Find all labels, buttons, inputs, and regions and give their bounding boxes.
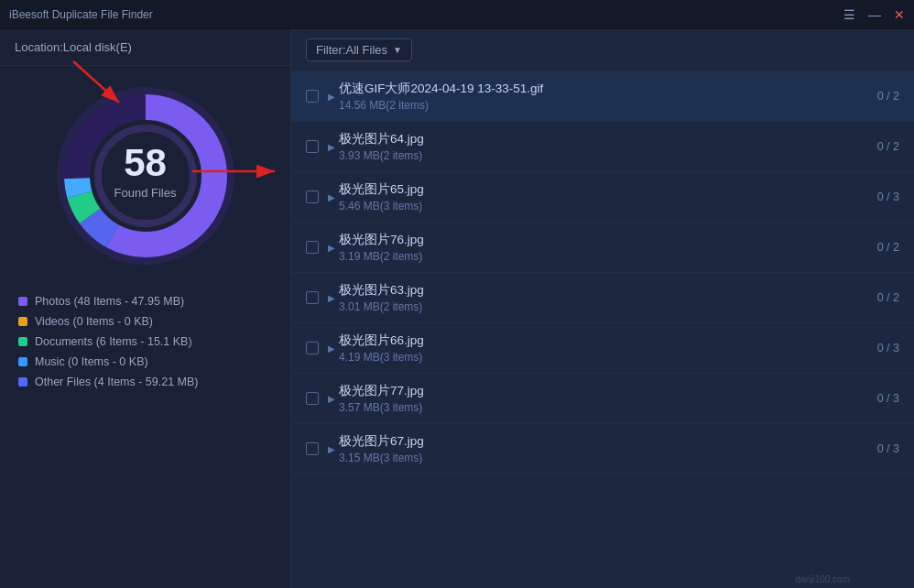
legend: Photos (48 Items - 47.95 MB) Videos (0 I… (0, 286, 290, 405)
file-name: 极光图片77.jpg (339, 383, 868, 399)
file-count: 0 / 2 (877, 291, 899, 304)
file-meta: 5.46 MB(3 items) (339, 200, 868, 212)
legend-color-dot (18, 297, 27, 306)
expand-icon: ▶ (328, 142, 335, 152)
file-name: 极光图片67.jpg (339, 433, 868, 450)
file-meta: 3.19 MB(2 items) (339, 250, 868, 263)
menu-button[interactable]: ☰ (843, 7, 855, 22)
legend-item: Videos (0 Items - 0 KB) (18, 315, 272, 328)
left-panel: Location:Local disk(E) (0, 29, 291, 588)
file-info: 极光图片63.jpg 3.01 MB(2 items) (339, 282, 868, 313)
file-item[interactable]: ▶ 极光图片65.jpg 5.46 MB(3 items) 0 / 3 (291, 172, 914, 223)
main-layout: Location:Local disk(E) (0, 29, 914, 588)
file-info: 优速GIF大师2024-04-19 13-33-51.gif 14.56 MB(… (339, 81, 868, 112)
legend-color-dot (18, 337, 27, 346)
donut-chart (54, 84, 237, 267)
file-item[interactable]: ▶ 极光图片77.jpg 3.57 MB(3 items) 0 / 3 (291, 374, 914, 424)
expand-icon: ▶ (328, 243, 335, 253)
file-meta: 14.56 MB(2 items) (339, 99, 868, 112)
legend-label: Music (0 Items - 0 KB) (35, 355, 148, 368)
expand-icon: ▶ (328, 343, 335, 354)
file-checkbox[interactable] (306, 90, 319, 103)
filter-label: Filter:All Files (316, 43, 387, 57)
file-item[interactable]: ▶ 极光图片67.jpg 3.15 MB(3 items) 0 / 3 (291, 424, 914, 474)
file-name: 极光图片66.jpg (339, 332, 868, 349)
file-item[interactable]: ▶ 极光图片63.jpg 3.01 MB(2 items) 0 / 2 (291, 273, 914, 323)
expand-icon: ▶ (328, 394, 335, 404)
legend-label: Other Files (4 Items - 59.21 MB) (35, 376, 199, 388)
file-checkbox[interactable] (306, 291, 319, 304)
location-bar: Location:Local disk(E) (0, 29, 290, 66)
legend-label: Documents (6 Items - 15.1 KB) (35, 335, 192, 348)
file-checkbox[interactable] (306, 342, 319, 354)
chevron-down-icon: ▼ (393, 45, 402, 55)
file-info: 极光图片77.jpg 3.57 MB(3 items) (339, 383, 868, 414)
svg-point-6 (92, 123, 199, 229)
app-title: iBeesoft Duplicate File Finder (9, 8, 153, 21)
titlebar: iBeesoft Duplicate File Finder ☰ — ✕ (0, 0, 914, 29)
legend-item: Music (0 Items - 0 KB) (18, 355, 272, 368)
file-count: 0 / 3 (877, 442, 899, 455)
legend-item: Other Files (4 Items - 59.21 MB) (18, 376, 272, 388)
file-count: 0 / 3 (877, 392, 899, 405)
file-count: 0 / 2 (877, 140, 899, 153)
file-checkbox[interactable] (306, 241, 319, 254)
file-name: 极光图片76.jpg (339, 232, 868, 248)
file-item[interactable]: ▶ 优速GIF大师2024-04-19 13-33-51.gif 14.56 M… (291, 71, 914, 122)
file-info: 极光图片66.jpg 4.19 MB(3 items) (339, 332, 868, 364)
file-meta: 3.15 MB(3 items) (339, 452, 868, 464)
legend-label: Photos (48 Items - 47.95 MB) (35, 295, 184, 308)
file-count: 0 / 2 (877, 241, 899, 254)
file-name: 优速GIF大师2024-04-19 13-33-51.gif (339, 81, 868, 97)
file-item[interactable]: ▶ 极光图片66.jpg 4.19 MB(3 items) 0 / 3 (291, 323, 914, 374)
legend-label: Videos (0 Items - 0 KB) (35, 315, 153, 328)
chart-area: 58 Found Files (0, 66, 290, 277)
legend-item: Documents (6 Items - 15.1 KB) (18, 335, 272, 348)
file-checkbox[interactable] (306, 392, 319, 405)
file-info: 极光图片64.jpg 3.93 MB(2 items) (339, 131, 868, 162)
legend-color-dot (18, 317, 27, 326)
expand-icon: ▶ (328, 92, 335, 102)
file-checkbox[interactable] (306, 442, 319, 455)
file-count: 0 / 3 (877, 191, 899, 203)
file-info: 极光图片76.jpg 3.19 MB(2 items) (339, 232, 868, 263)
minimize-button[interactable]: — (868, 7, 881, 22)
right-panel: Filter:All Files ▼ ▶ 优速GIF大师2024-04-19 1… (291, 29, 914, 588)
expand-icon: ▶ (328, 444, 335, 454)
expand-icon: ▶ (328, 293, 335, 303)
file-count: 0 / 3 (877, 342, 899, 354)
file-meta: 4.19 MB(3 items) (339, 351, 868, 364)
legend-color-dot (18, 357, 27, 366)
file-item[interactable]: ▶ 极光图片64.jpg 3.93 MB(2 items) 0 / 2 (291, 122, 914, 172)
file-name: 极光图片65.jpg (339, 181, 868, 198)
file-name: 极光图片64.jpg (339, 131, 868, 147)
file-item[interactable]: ▶ 极光图片76.jpg 3.19 MB(2 items) 0 / 2 (291, 223, 914, 273)
file-list[interactable]: ▶ 优速GIF大师2024-04-19 13-33-51.gif 14.56 M… (291, 71, 914, 588)
file-checkbox[interactable] (306, 191, 319, 203)
file-meta: 3.01 MB(2 items) (339, 300, 868, 313)
file-meta: 3.57 MB(3 items) (339, 401, 868, 414)
legend-color-dot (18, 377, 27, 387)
file-info: 极光图片67.jpg 3.15 MB(3 items) (339, 433, 868, 464)
window-controls: ☰ — ✕ (843, 7, 905, 22)
file-name: 极光图片63.jpg (339, 282, 868, 299)
file-count: 0 / 2 (877, 90, 899, 103)
filter-dropdown[interactable]: Filter:All Files ▼ (306, 38, 412, 61)
expand-icon: ▶ (328, 192, 335, 202)
file-checkbox[interactable] (306, 140, 319, 153)
file-meta: 3.93 MB(2 items) (339, 149, 868, 162)
filter-bar: Filter:All Files ▼ (291, 29, 914, 71)
legend-item: Photos (48 Items - 47.95 MB) (18, 295, 272, 308)
file-info: 极光图片65.jpg 5.46 MB(3 items) (339, 181, 868, 212)
close-button[interactable]: ✕ (894, 7, 905, 22)
